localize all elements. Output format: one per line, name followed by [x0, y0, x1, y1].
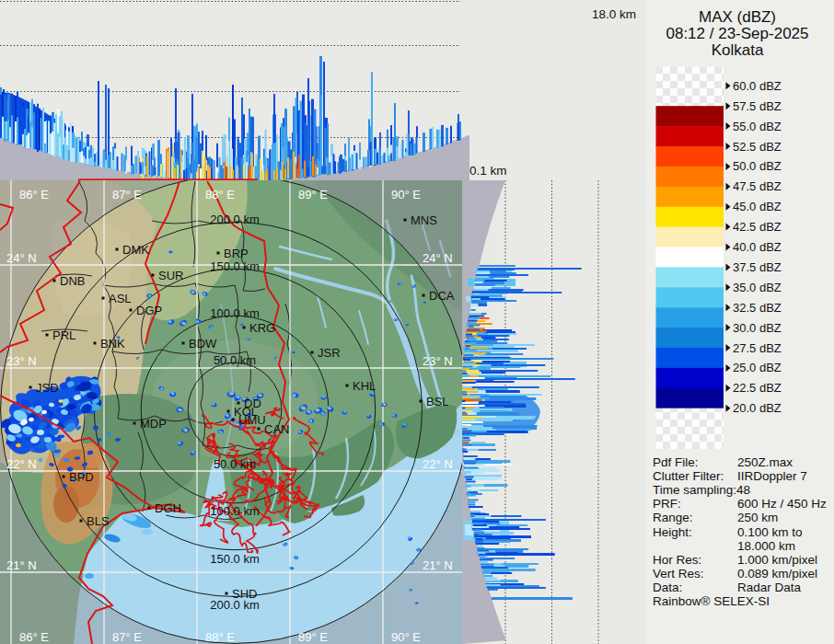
- svg-text:Time sampling:48: Time sampling:48: [653, 483, 750, 497]
- svg-text:ASL: ASL: [109, 292, 132, 305]
- svg-text:BDW: BDW: [189, 337, 217, 351]
- svg-text:Hor Res:: Hor Res:: [653, 553, 701, 567]
- svg-text:Radar Data: Radar Data: [737, 581, 802, 594]
- svg-text:100.0 km: 100.0 km: [210, 306, 259, 320]
- svg-text:22° N: 22° N: [423, 457, 453, 471]
- svg-text:0.1 km: 0.1 km: [469, 164, 507, 178]
- svg-text:40.0 dBZ: 40.0 dBZ: [733, 240, 782, 254]
- svg-text:PRF:: PRF:: [653, 497, 681, 511]
- svg-text:32.5 dBZ: 32.5 dBZ: [733, 301, 782, 315]
- svg-text:47.5 dBZ: 47.5 dBZ: [733, 179, 782, 193]
- svg-text:SHD: SHD: [232, 587, 257, 601]
- svg-text:DGP: DGP: [136, 304, 162, 317]
- svg-text:21° N: 21° N: [423, 558, 453, 572]
- svg-text:UMU: UMU: [238, 413, 266, 427]
- svg-text:BPD: BPD: [69, 470, 94, 484]
- svg-text:30.0 dBZ: 30.0 dBZ: [733, 321, 782, 335]
- svg-text:MAX (dBZ): MAX (dBZ): [699, 8, 776, 26]
- svg-text:52.5 dBZ: 52.5 dBZ: [733, 140, 782, 154]
- svg-text:Range:: Range:: [653, 511, 693, 524]
- svg-text:BNK: BNK: [100, 337, 125, 351]
- svg-text:23° N: 23° N: [423, 354, 453, 368]
- svg-text:IIRDoppler 7: IIRDoppler 7: [737, 469, 807, 483]
- svg-text:KHL: KHL: [353, 379, 376, 393]
- svg-text:MDP: MDP: [140, 417, 167, 431]
- svg-text:86° E: 86° E: [19, 630, 49, 644]
- svg-text:60.0 dBZ: 60.0 dBZ: [733, 79, 782, 93]
- svg-text:100.0 km: 100.0 km: [210, 504, 259, 518]
- svg-text:21° N: 21° N: [6, 558, 37, 572]
- svg-text:Height:: Height:: [653, 525, 692, 539]
- svg-text:90° E: 90° E: [391, 188, 421, 201]
- svg-text:Kolkata: Kolkata: [712, 41, 764, 59]
- svg-text:20.0 dBZ: 20.0 dBZ: [733, 401, 782, 415]
- svg-text:50.0 km: 50.0 km: [214, 457, 256, 471]
- svg-text:SUR: SUR: [158, 269, 183, 282]
- svg-text:22.5 dBZ: 22.5 dBZ: [733, 381, 782, 395]
- svg-text:88° E: 88° E: [205, 630, 235, 644]
- svg-text:Pdf File:: Pdf File:: [653, 455, 699, 469]
- svg-text:DNB: DNB: [60, 274, 85, 288]
- svg-text:0.100 km to: 0.100 km to: [737, 525, 803, 539]
- svg-text:37.5 dBZ: 37.5 dBZ: [733, 260, 782, 274]
- svg-text:BRP: BRP: [224, 247, 249, 260]
- svg-text:87° E: 87° E: [112, 630, 142, 644]
- svg-text:18.0 km: 18.0 km: [592, 7, 636, 21]
- svg-text:JSR: JSR: [318, 346, 341, 360]
- svg-text:35.0 dBZ: 35.0 dBZ: [733, 281, 782, 294]
- svg-text:0.089 km/pixel: 0.089 km/pixel: [737, 567, 817, 581]
- svg-text:57.5 dBZ: 57.5 dBZ: [733, 99, 782, 113]
- svg-text:50.0 dBZ: 50.0 dBZ: [733, 159, 782, 173]
- svg-text:27.5 dBZ: 27.5 dBZ: [733, 341, 782, 355]
- svg-text:23° N: 23° N: [6, 354, 37, 368]
- svg-text:90° E: 90° E: [391, 630, 421, 644]
- svg-text:89° E: 89° E: [298, 188, 328, 201]
- svg-text:Vert Res:: Vert Res:: [653, 567, 704, 581]
- svg-text:42.5 dBZ: 42.5 dBZ: [733, 220, 782, 234]
- svg-text:89° E: 89° E: [298, 630, 328, 644]
- svg-text:150.0 km: 150.0 km: [210, 552, 259, 566]
- svg-text:KRG: KRG: [249, 321, 275, 335]
- svg-text:BLS: BLS: [87, 514, 110, 528]
- svg-text:25.0 dBZ: 25.0 dBZ: [733, 361, 782, 374]
- svg-text:50.0 km: 50.0 km: [214, 353, 256, 367]
- svg-text:DGH: DGH: [155, 501, 181, 515]
- svg-text:250Z.max: 250Z.max: [737, 455, 793, 469]
- svg-text:DCA: DCA: [429, 289, 455, 303]
- svg-text:150.0 km: 150.0 km: [210, 259, 259, 273]
- svg-text:87° E: 87° E: [112, 188, 142, 201]
- svg-text:PRL: PRL: [52, 328, 75, 342]
- svg-text:22° N: 22° N: [6, 457, 37, 471]
- svg-text:Rainbow® SELEX-SI: Rainbow® SELEX-SI: [653, 594, 770, 608]
- svg-text:86° E: 86° E: [19, 188, 49, 201]
- svg-text:Clutter Filter:: Clutter Filter:: [653, 469, 724, 483]
- svg-text:18.000 km: 18.000 km: [737, 539, 795, 553]
- svg-text:1.000 km/pixel: 1.000 km/pixel: [737, 553, 817, 567]
- svg-text:24° N: 24° N: [6, 251, 37, 265]
- svg-text:250 km: 250 km: [737, 511, 778, 524]
- svg-text:JSD: JSD: [36, 381, 59, 395]
- svg-text:24° N: 24° N: [423, 251, 453, 265]
- svg-text:08:12 / 23-Sep-2025: 08:12 / 23-Sep-2025: [666, 25, 808, 42]
- svg-text:Data:: Data:: [653, 581, 682, 594]
- svg-text:600 Hz / 450 Hz: 600 Hz / 450 Hz: [737, 497, 827, 511]
- svg-text:88° E: 88° E: [205, 188, 235, 201]
- svg-text:200.0 km: 200.0 km: [210, 213, 259, 226]
- svg-text:55.0 dBZ: 55.0 dBZ: [733, 120, 782, 133]
- svg-text:DMK: DMK: [122, 243, 149, 257]
- svg-text:MNS: MNS: [411, 213, 437, 227]
- svg-text:45.0 dBZ: 45.0 dBZ: [733, 200, 782, 213]
- svg-text:BSL: BSL: [426, 395, 449, 408]
- svg-text:CAN: CAN: [264, 422, 289, 436]
